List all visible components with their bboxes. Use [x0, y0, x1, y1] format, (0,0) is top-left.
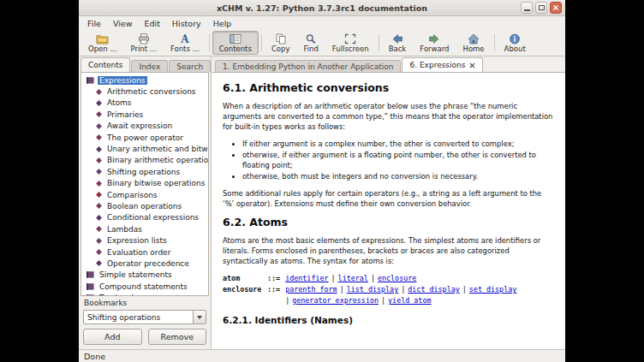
link-literal[interactable]: literal	[338, 274, 368, 282]
tab-search[interactable]: Search	[169, 60, 211, 72]
page-icon	[95, 191, 103, 199]
menu-item-edit[interactable]: Edit	[138, 18, 165, 29]
grammar-row: atom ::= identifier|literal|enclosure	[223, 273, 553, 284]
tree-item[interactable]: Operator precedence	[81, 258, 208, 269]
status-text: Done	[84, 352, 105, 361]
toolbar-button-copy[interactable]: Copy	[265, 31, 297, 55]
book-icon	[86, 270, 95, 279]
menubar: File View Edit History Help	[79, 16, 565, 30]
pipe-separator: |	[462, 285, 467, 294]
toolbar-button-print[interactable]: Print ...	[124, 31, 164, 55]
tree-item[interactable]: Primaries	[81, 109, 208, 120]
pipe-separator: |	[331, 274, 336, 282]
tab-contents[interactable]: Contents	[80, 57, 130, 72]
grammar-rhs: parenth_form|list_display|dict_display|s…	[285, 284, 516, 295]
tree-item[interactable]: Conditional expressions	[81, 212, 208, 223]
tree-item[interactable]: Expressions	[81, 74, 208, 86]
doc-tab-embedding[interactable]: 1. Embedding Python in Another Applicati…	[215, 60, 401, 72]
pipe-separator: |	[381, 296, 385, 305]
toolbar-button-fullscreen[interactable]: Fullscreen	[325, 31, 376, 55]
tree-item[interactable]: Expression lists	[81, 234, 208, 246]
forward-arrow-icon	[428, 33, 440, 45]
fonts-icon: A	[179, 33, 191, 45]
doc-tab-expressions[interactable]: 6. Expressions	[402, 57, 483, 72]
tree-item[interactable]: Simple statements	[81, 270, 208, 281]
window-title: xCHM v. 1.27: Python 3.7.3rc1 documentat…	[79, 3, 565, 13]
toolbar-separator	[379, 34, 379, 51]
link-generator-expression[interactable]: generator_expression	[292, 296, 379, 305]
link-enclosure[interactable]: enclosure	[378, 274, 416, 282]
maximize-icon	[539, 5, 545, 10]
toolbar-button-about[interactable]: About	[498, 31, 533, 55]
add-bookmark-button[interactable]: Add	[83, 329, 142, 345]
tree-item[interactable]: The power operator	[81, 132, 208, 143]
tree-item[interactable]: Binary bitwise operations	[81, 178, 208, 189]
tree-item[interactable]: Lambdas	[81, 223, 208, 234]
page-icon	[95, 248, 103, 256]
pipe-separator: |	[371, 274, 375, 282]
tree-item[interactable]: Binary arithmetic operation	[81, 155, 208, 166]
document-view: 6.1. Arithmetic conversions When a descr…	[212, 72, 565, 349]
link-set-display[interactable]: set_display	[469, 285, 516, 294]
toolbar-button-contents[interactable]: Contents	[212, 31, 259, 55]
grammar-operator: ::=	[267, 284, 280, 295]
toolbar-button-home[interactable]: Home	[456, 31, 491, 55]
book-icon	[86, 76, 95, 85]
menu-item-view[interactable]: View	[107, 18, 139, 29]
printer-icon	[138, 33, 150, 45]
tree-item[interactable]: Shifting operations	[81, 166, 208, 177]
menu-item-help[interactable]: Help	[207, 18, 238, 29]
toolbar-button-back[interactable]: Back	[382, 31, 414, 55]
bookmarks-combobox[interactable]: Shifting operations	[83, 310, 206, 324]
contents-tree: Expressions Arithmetic conversions Atoms…	[80, 72, 209, 296]
doc-tab-label: 6. Expressions	[409, 61, 465, 69]
tree-item[interactable]: Boolean operations	[81, 200, 208, 211]
bullet-item: otherwise, both must be integers and no …	[242, 171, 553, 181]
maximize-button[interactable]	[535, 2, 547, 14]
minimize-button[interactable]	[521, 2, 533, 14]
about-info-icon	[509, 33, 521, 45]
close-button[interactable]	[550, 2, 562, 14]
toolbar-button-forward[interactable]: Forward	[413, 31, 456, 55]
tree-item[interactable]: Await expression	[81, 121, 208, 132]
grammar-term: enclosure	[223, 284, 267, 295]
page-icon	[95, 168, 103, 175]
grammar-operator: ::=	[267, 273, 280, 284]
toolbar-button-fonts[interactable]: A Fonts ...	[164, 31, 206, 55]
paragraph: Atoms are the most basic elements of exp…	[223, 235, 553, 266]
doc-tab-label: 1. Embedding Python in Another Applicati…	[223, 62, 393, 71]
link-identifier[interactable]: identifier	[285, 274, 328, 282]
menu-item-history[interactable]: History	[166, 18, 207, 29]
remove-bookmark-button[interactable]: Remove	[148, 329, 207, 345]
menu-item-file[interactable]: File	[81, 18, 107, 29]
heading-6-2-1: 6.2.1. Identifiers (Names)	[223, 315, 553, 325]
paragraph: Some additional rules apply for certain …	[223, 188, 553, 209]
link-yield-atom[interactable]: yield_atom	[388, 296, 431, 305]
link-list-display[interactable]: list_display	[347, 285, 399, 294]
tree-item[interactable]: Comparisons	[81, 189, 208, 200]
back-arrow-icon	[391, 33, 403, 45]
tree-item[interactable]: Compound statements	[81, 281, 208, 292]
tree-item[interactable]: Arithmetic conversions	[81, 86, 208, 97]
link-parenth-form[interactable]: parenth_form	[285, 285, 337, 294]
page-icon	[95, 180, 103, 187]
tab-index[interactable]: Index	[131, 60, 168, 72]
toolbar-separator	[494, 34, 495, 51]
tree-item[interactable]: Atoms	[81, 98, 208, 109]
bookmarks-label: Bookmarks	[84, 299, 206, 307]
link-dict-display[interactable]: dict_display	[408, 285, 460, 294]
page-icon	[95, 110, 103, 118]
tab-close-icon[interactable]	[469, 62, 475, 68]
bookmarks-panel: Bookmarks Shifting operations Add Remove	[79, 296, 211, 349]
tree-item[interactable]: Unary arithmetic and bitwis	[81, 143, 208, 154]
page-icon	[95, 122, 103, 130]
open-folder-icon	[96, 33, 109, 45]
contents-panel-icon	[230, 33, 242, 45]
combobox-arrow-button[interactable]	[193, 310, 206, 324]
toolbar-separator	[209, 34, 210, 51]
toolbar-button-open[interactable]: Open ...	[81, 31, 124, 55]
content-area: 1. Embedding Python in Another Applicati…	[212, 56, 565, 349]
tree-item[interactable]: Evaluation order	[81, 246, 208, 258]
toolbar-button-find[interactable]: Find	[296, 31, 325, 55]
pipe-separator: |	[285, 296, 289, 305]
